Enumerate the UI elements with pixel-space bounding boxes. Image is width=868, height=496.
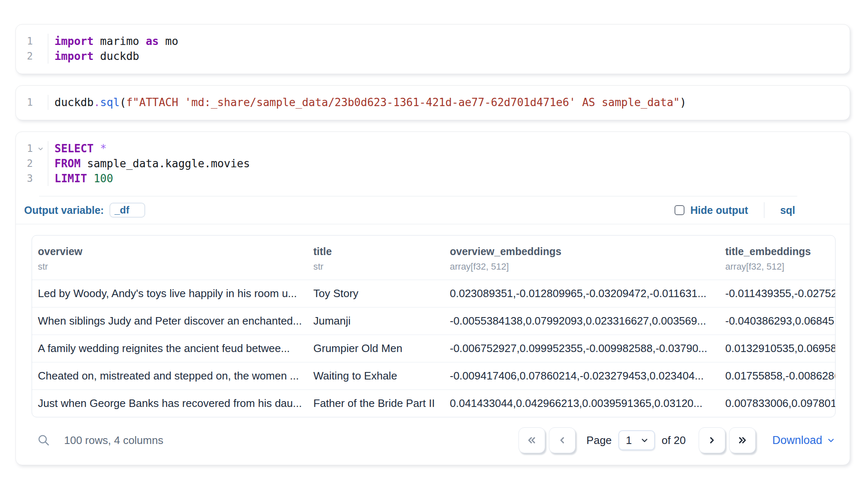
code-token-kw: LIMIT bbox=[55, 172, 87, 185]
table-row[interactable]: Just when George Banks has recovered fro… bbox=[32, 389, 835, 417]
table-row[interactable]: Cheated on, mistreated and stepped on, t… bbox=[32, 362, 835, 389]
chevron-right-icon bbox=[706, 434, 718, 446]
table-cell[interactable]: 0.023089351,-0.012809965,-0.03209472,-0.… bbox=[444, 280, 719, 307]
page-number-select[interactable]: 1 bbox=[618, 430, 655, 450]
vertical-divider bbox=[764, 202, 764, 218]
table-row[interactable]: A family wedding reignites the ancient f… bbox=[32, 335, 835, 362]
last-page-button[interactable] bbox=[729, 427, 756, 453]
code-token-kw: as bbox=[146, 35, 159, 47]
table-cell[interactable]: Toy Story bbox=[308, 280, 444, 307]
code-token-kw: FROM bbox=[55, 157, 81, 170]
table-cell[interactable]: A family wedding reignites the ancient f… bbox=[32, 335, 308, 362]
code-cell-sql: 123SELECT *FROM sample_data.kaggle.movie… bbox=[15, 131, 850, 465]
line-number: 1 bbox=[16, 143, 33, 154]
table-cell[interactable]: Father of the Bride Part II bbox=[308, 390, 444, 417]
output-variable-input[interactable] bbox=[109, 203, 145, 218]
code-line[interactable]: import duckdb bbox=[55, 49, 850, 64]
line-number: 1 bbox=[16, 35, 33, 47]
code-lines[interactable]: duckdb.sql(f"ATTACH 'md:_share/sample_da… bbox=[48, 95, 850, 110]
code-token-kw: SELECT bbox=[55, 142, 94, 155]
column-header-title_embeddings[interactable]: title_embeddingsarray[f32, 512] bbox=[719, 246, 835, 272]
table-cell[interactable]: -0.009417406,0.07860214,-0.023279453,0.0… bbox=[444, 362, 719, 389]
code-token-star: * bbox=[100, 142, 107, 155]
output-variable-bar: Output variable: Hide output sql bbox=[16, 196, 850, 224]
table-cell[interactable]: 0.01755858,-0.0086286 bbox=[719, 362, 835, 389]
code-line[interactable]: import marimo as mo bbox=[55, 34, 850, 49]
column-header-overview[interactable]: overviewstr bbox=[32, 246, 308, 272]
hide-output-checkbox[interactable] bbox=[675, 205, 684, 215]
first-page-button[interactable] bbox=[518, 427, 545, 453]
code-line[interactable]: duckdb.sql(f"ATTACH 'md:_share/sample_da… bbox=[55, 95, 850, 110]
download-button[interactable]: Download bbox=[772, 434, 836, 447]
code-token-plain bbox=[87, 172, 94, 185]
table-cell[interactable]: -0.006752927,0.099952355,-0.009982588,-0… bbox=[444, 335, 719, 362]
table-cell[interactable]: -0.040386293,0.06845 bbox=[719, 308, 835, 335]
code-token-num: 100 bbox=[94, 172, 113, 185]
column-type: array[f32, 512] bbox=[450, 261, 710, 272]
table-body: Led by Woody, Andy's toys live happily i… bbox=[32, 280, 835, 417]
code-lines[interactable]: import marimo as moimport duckdb bbox=[48, 34, 850, 64]
output-variable-label: Output variable: bbox=[24, 204, 104, 216]
row-count-summary: 100 rows, 4 columns bbox=[64, 434, 163, 447]
page-total-label: of 20 bbox=[662, 434, 686, 447]
code-token-plain bbox=[94, 142, 100, 155]
chevron-down-icon bbox=[826, 436, 836, 445]
hide-output-label[interactable]: Hide output bbox=[690, 204, 748, 216]
code-token-plain: ( bbox=[120, 96, 126, 109]
table-cell[interactable]: Waiting to Exhale bbox=[308, 362, 444, 389]
code-line[interactable]: SELECT * bbox=[55, 141, 850, 156]
table-row[interactable]: When siblings Judy and Peter discover an… bbox=[32, 307, 835, 335]
code-token-kw: import bbox=[55, 50, 94, 62]
line-number-gutter: 12 bbox=[16, 34, 48, 64]
table-cell[interactable]: -0.0055384138,0.07992093,0.023316627,0.0… bbox=[444, 308, 719, 335]
code-token-plain: duckdb bbox=[55, 96, 94, 109]
table-row[interactable]: Led by Woody, Andy's toys live happily i… bbox=[32, 280, 835, 307]
code-token-plain: duckdb bbox=[94, 50, 139, 62]
table-cell[interactable]: 0.041433044,0.042966213,0.0039591365,0.0… bbox=[444, 390, 719, 417]
table-cell[interactable]: -0.011439355,-0.02752 bbox=[719, 280, 835, 307]
line-number: 2 bbox=[16, 50, 33, 62]
fold-chevron-down-icon[interactable] bbox=[33, 145, 48, 152]
column-type: array[f32, 512] bbox=[725, 261, 826, 272]
chevrons-left-icon bbox=[526, 434, 538, 446]
line-number-gutter: 123 bbox=[16, 141, 48, 186]
line-number: 1 bbox=[16, 97, 33, 108]
column-type: str bbox=[313, 261, 435, 272]
table-cell[interactable]: Led by Woody, Andy's toys live happily i… bbox=[32, 280, 308, 307]
line-number: 3 bbox=[16, 173, 33, 184]
next-page-button[interactable] bbox=[699, 427, 725, 453]
code-lines[interactable]: SELECT *FROM sample_data.kaggle.moviesLI… bbox=[48, 141, 850, 186]
code-token-str: f"ATTACH 'md:_share/sample_data/23b0d623… bbox=[126, 96, 680, 109]
chevron-left-icon bbox=[556, 434, 568, 446]
search-icon bbox=[37, 434, 50, 446]
column-header-overview_embeddings[interactable]: overview_embeddingsarray[f32, 512] bbox=[444, 246, 719, 272]
download-label: Download bbox=[772, 434, 822, 447]
table-cell[interactable]: Just when George Banks has recovered fro… bbox=[32, 390, 308, 417]
code-editor[interactable]: 12import marimo as moimport duckdb bbox=[16, 25, 850, 74]
column-name: title_embeddings bbox=[725, 246, 826, 258]
dataframe-table: overviewstrtitlestroverview_embeddingsar… bbox=[32, 235, 836, 417]
code-line[interactable]: FROM sample_data.kaggle.movies bbox=[55, 156, 850, 171]
table-header-row: overviewstrtitlestroverview_embeddingsar… bbox=[32, 236, 835, 280]
table-cell[interactable]: Cheated on, mistreated and stepped on, t… bbox=[32, 362, 308, 389]
code-line[interactable]: LIMIT 100 bbox=[55, 171, 850, 186]
code-editor[interactable]: 123SELECT *FROM sample_data.kaggle.movie… bbox=[16, 132, 850, 196]
code-token-plain: mo bbox=[159, 35, 178, 47]
previous-page-button[interactable] bbox=[549, 427, 575, 453]
table-cell[interactable]: 0.007833006,0.097801 bbox=[719, 390, 835, 417]
code-token-kw: import bbox=[55, 35, 94, 47]
code-cell-imports: 12import marimo as moimport duckdb bbox=[15, 24, 850, 74]
line-number-gutter: 1 bbox=[16, 95, 48, 110]
table-cell[interactable]: Grumpier Old Men bbox=[308, 335, 444, 362]
code-editor[interactable]: 1duckdb.sql(f"ATTACH 'md:_share/sample_d… bbox=[16, 86, 850, 120]
column-name: title bbox=[313, 246, 435, 258]
table-cell[interactable]: 0.0132910535,0.06958 bbox=[719, 335, 835, 362]
chevrons-right-icon bbox=[737, 434, 748, 446]
table-cell[interactable]: Jumanji bbox=[308, 308, 444, 335]
code-token-op: . bbox=[94, 96, 100, 109]
table-cell[interactable]: When siblings Judy and Peter discover an… bbox=[32, 308, 308, 335]
search-button[interactable] bbox=[37, 434, 50, 446]
chevron-down-icon bbox=[640, 436, 649, 445]
page-number-value: 1 bbox=[626, 434, 632, 447]
column-header-title[interactable]: titlestr bbox=[308, 246, 444, 272]
